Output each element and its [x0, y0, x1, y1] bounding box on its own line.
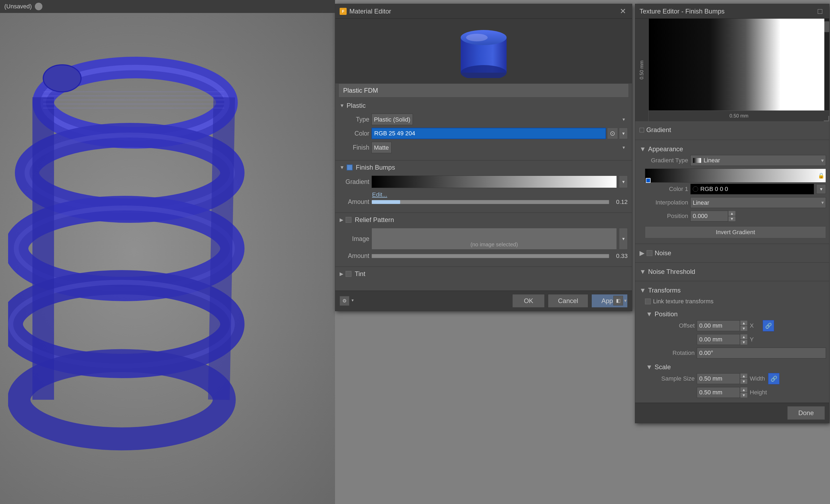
height-input[interactable]: 0.50 mm — [697, 387, 740, 398]
preview-icon-arrow[interactable]: ▾ — [624, 298, 627, 304]
x-axis-label: X — [750, 322, 761, 329]
texture-editor-close-button[interactable]: □ — [815, 6, 825, 16]
offset-y-down-button[interactable]: ▼ — [740, 339, 747, 345]
divider-3 — [335, 267, 632, 267]
link-transforms-checkbox[interactable] — [645, 298, 651, 304]
tex-divider-3 — [635, 262, 829, 263]
noise-header[interactable]: ▶ Noise — [638, 247, 826, 259]
gradient-type-display[interactable]: Linear ▾ — [690, 155, 826, 166]
finish-bumps-checkbox[interactable] — [347, 165, 353, 170]
amount-row-relief: Amount 0.33 — [340, 252, 628, 260]
noise-label: Noise — [655, 249, 671, 257]
width-down-button[interactable]: ▼ — [740, 379, 747, 384]
interpolation-select[interactable]: Linear — [690, 197, 826, 208]
width-input[interactable]: 0.50 mm — [697, 373, 740, 384]
done-button[interactable]: Done — [787, 406, 825, 420]
image-options-button[interactable]: ▾ — [619, 228, 628, 249]
gradient-stops-bar[interactable]: 🔒 — [645, 169, 826, 182]
app-title: (Unsaved) — [4, 3, 32, 10]
cancel-button[interactable]: Cancel — [548, 294, 588, 308]
finish-bumps-header[interactable]: ▼ Finish Bumps — [335, 162, 632, 173]
width-spinner: 0.50 mm ▲ ▼ — [697, 373, 747, 384]
offset-y-input[interactable]: 0.00 mm — [697, 334, 740, 345]
tex-ruler-bottom: 0.50 mm — [649, 110, 829, 121]
3d-viewport[interactable]: (Unsaved) — [0, 0, 335, 504]
gradient-options-button[interactable]: ▾ — [619, 175, 628, 188]
finish-select-wrap: Matte — [372, 142, 628, 153]
position-up-button[interactable]: ▲ — [728, 211, 736, 216]
height-label: Height — [750, 389, 767, 396]
noise-threshold-section: ▼ Noise Threshold — [635, 264, 829, 280]
transforms-section: ▼ Transforms Link texture transforms ▼ P… — [635, 282, 829, 403]
transforms-header[interactable]: ▼ Transforms — [638, 284, 826, 296]
material-editor-close-button[interactable]: ✕ — [618, 6, 628, 16]
tex-preview-scrollbar[interactable] — [824, 19, 829, 32]
scale-subsection-header[interactable]: ▼ Scale — [645, 361, 826, 373]
scale-link-icon[interactable]: 🔗 — [768, 373, 779, 384]
material-name-bar[interactable]: Plastic FDM — [339, 83, 629, 98]
gradient-section-header[interactable]: □ Gradient — [638, 124, 826, 136]
settings-icon-button[interactable]: ⚙ — [340, 296, 349, 306]
position-link-icon[interactable]: 🔗 — [763, 320, 774, 331]
appearance-header[interactable]: ▼ Appearance — [638, 143, 826, 155]
color1-display[interactable]: RGB 0 0 0 — [690, 184, 814, 195]
edit-link[interactable]: Edit... — [372, 190, 387, 199]
relief-pattern-header[interactable]: ▶ Relief Pattern — [335, 214, 632, 226]
relief-pattern-arrow-icon: ▶ — [340, 217, 343, 223]
amount-row-bumps: Amount 0.12 — [340, 198, 628, 206]
finish-select[interactable]: Matte — [372, 142, 391, 153]
offset-x-up-button[interactable]: ▲ — [740, 320, 747, 326]
width-up-button[interactable]: ▲ — [740, 373, 747, 379]
color-picker-arrow-button[interactable]: ▾ — [619, 128, 628, 139]
preview-icon-button[interactable]: ◧ — [613, 296, 623, 305]
offset-x-input[interactable]: 0.00 mm — [697, 320, 740, 331]
settings-arrow-button[interactable]: ▾ — [352, 298, 358, 304]
amount-val-relief: 0.33 — [611, 253, 628, 260]
amount-fill-bumps — [372, 200, 400, 204]
tex-resize-handle[interactable] — [824, 116, 829, 121]
interpolation-select-wrap: Linear — [690, 197, 826, 208]
offset-y-row: 0.00 mm ▲ ▼ Y — [651, 334, 826, 345]
tex-gradient-preview[interactable] — [649, 19, 824, 110]
invert-gradient-button[interactable]: Invert Gradient — [645, 226, 826, 238]
amount-val-bumps: 0.12 — [611, 199, 628, 206]
type-row: Type Plastic (Solid) — [340, 114, 628, 125]
amount-track-relief[interactable] — [372, 254, 609, 258]
position-input[interactable]: 0.000 — [690, 211, 728, 222]
transforms-arrow-icon: ▼ — [640, 287, 646, 294]
gradient-stop-black[interactable] — [646, 178, 650, 183]
finish-bumps-label: Finish Bumps — [356, 164, 395, 171]
color-picker-eyedrop-button[interactable]: ⊙ — [607, 128, 618, 139]
tint-header[interactable]: ▶ Tint — [335, 268, 632, 280]
tint-label: Tint — [355, 270, 365, 278]
type-select-wrap: Plastic (Solid) — [372, 114, 628, 125]
interpolation-row: Interpolation Linear — [645, 197, 826, 208]
gradient-type-row: Gradient Type Linear ▾ — [645, 155, 826, 166]
position-subsection-header[interactable]: ▼ Position — [645, 308, 826, 320]
amount-fill-relief — [372, 254, 450, 258]
no-image-text: (no image selected) — [470, 241, 518, 248]
amount-track-bumps[interactable] — [372, 200, 609, 204]
ok-button[interactable]: OK — [512, 294, 545, 308]
texture-editor-panel: Texture Editor - Finish Bumps □ 0.50 mm … — [635, 4, 829, 423]
gradient-bar[interactable] — [372, 175, 617, 188]
height-down-button[interactable]: ▼ — [740, 393, 747, 398]
noise-threshold-header[interactable]: ▼ Noise Threshold — [638, 266, 826, 278]
color1-picker-button[interactable]: ▾ — [816, 184, 826, 194]
noise-checkbox[interactable] — [646, 250, 652, 256]
position-down-button[interactable]: ▼ — [728, 216, 736, 222]
type-select[interactable]: Plastic (Solid) — [372, 114, 413, 125]
position-subsection-label: Position — [655, 310, 678, 318]
tint-checkbox[interactable] — [346, 271, 352, 277]
image-row: Image (no image selected) ▾ — [340, 228, 628, 249]
y-axis-label: Y — [750, 336, 761, 343]
offset-y-up-button[interactable]: ▲ — [740, 334, 747, 339]
height-up-button[interactable]: ▲ — [740, 387, 747, 393]
relief-pattern-checkbox[interactable] — [346, 217, 352, 223]
color-text-input[interactable]: RGB 25 49 204 — [372, 128, 606, 139]
image-preview-area[interactable]: (no image selected) — [372, 228, 617, 249]
plastic-section-header[interactable]: ▼ Plastic — [335, 100, 632, 111]
offset-x-down-button[interactable]: ▼ — [740, 326, 747, 331]
amount-label-relief: Amount — [340, 252, 369, 260]
rotation-input[interactable]: 0.00° — [697, 347, 826, 359]
